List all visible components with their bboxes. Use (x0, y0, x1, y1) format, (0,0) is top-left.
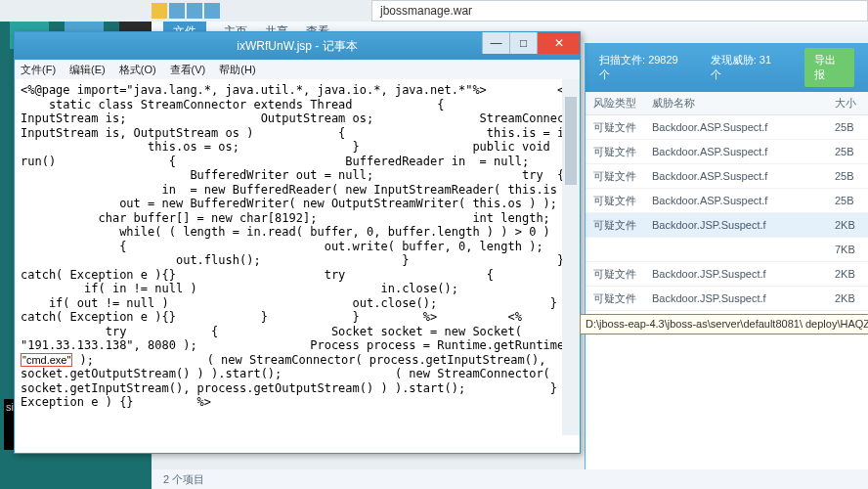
cell-size: 2KB (827, 219, 868, 231)
table-row[interactable]: 可疑文件Backdoor.ASP.Suspect.f25B (586, 189, 868, 213)
toolbar-icon[interactable] (187, 3, 202, 19)
threats-label: 发现威胁: 31 个 (711, 53, 780, 82)
cell-size: 2KB (827, 292, 868, 304)
cell-risk: 可疑文件 (586, 291, 644, 306)
address-bar[interactable]: jbossmanage.war (371, 0, 868, 22)
scan-files-label: 扫描文件: 29829 个 (599, 53, 685, 82)
tooltip: D:\jboss-eap-4.3\jboss-as\server\default… (580, 314, 868, 334)
toolbar-icon[interactable] (169, 3, 185, 19)
table-row[interactable]: 可疑文件Backdoor.JSP.Suspect.f2KB (586, 262, 868, 287)
col-risk[interactable]: 风险类型 (586, 96, 644, 111)
table-row[interactable]: 可疑文件Backdoor.ASP.Suspect.f25B (586, 115, 868, 140)
cell-risk: 可疑文件 (586, 169, 644, 184)
item-count: 2 个项目 (163, 472, 204, 487)
folder-icon (152, 3, 167, 19)
cell-size: 7KB (827, 244, 868, 255)
cell-size: 2KB (827, 268, 868, 280)
export-button[interactable]: 导出报 (804, 48, 854, 87)
cell-name: Backdoor.ASP.Suspect.f (644, 170, 827, 182)
menu-view[interactable]: 查看(V) (170, 63, 206, 77)
col-name[interactable]: 威胁名称 (644, 96, 827, 111)
notepad-menubar: 文件(F) 编辑(E) 格式(O) 查看(V) 帮助(H) (15, 60, 580, 79)
cell-risk: 可疑文件 (586, 218, 644, 233)
scan-panel: 扫描文件: 29829 个 发现威胁: 31 个 导出报 风险类型 威胁名称 大… (585, 43, 868, 489)
menu-file[interactable]: 文件(F) (21, 63, 56, 77)
table-header: 风险类型 威胁名称 大小 (586, 92, 868, 115)
maximize-button[interactable]: □ (509, 32, 537, 54)
table-row[interactable]: 7KB (586, 238, 868, 262)
menu-help[interactable]: 帮助(H) (219, 63, 255, 77)
cell-name: Backdoor.JSP.Suspect.f (644, 219, 827, 231)
notepad-window[interactable]: ixWRfUnW.jsp - 记事本 ― □ ✕ 文件(F) 编辑(E) 格式(… (14, 31, 581, 454)
cell-risk: 可疑文件 (586, 120, 644, 135)
cell-name: Backdoor.ASP.Suspect.f (644, 146, 827, 157)
cell-size: 25B (827, 195, 868, 206)
notepad-textarea[interactable]: <%@page import="java.lang.*, java.util.*… (15, 79, 562, 453)
minimize-button[interactable]: ― (482, 32, 509, 54)
cell-size: 25B (827, 121, 868, 133)
table-row[interactable]: 可疑文件Backdoor.JSP.Suspect.f2KB (586, 213, 868, 238)
cell-name: Backdoor.ASP.Suspect.f (644, 121, 827, 133)
cell-size: 25B (827, 170, 868, 182)
explorer-statusbar: 2 个项目 (152, 469, 868, 489)
cell-size: 25B (827, 146, 868, 157)
cell-name: Backdoor.JSP.Suspect.f (644, 292, 827, 304)
table-row[interactable]: 可疑文件Backdoor.ASP.Suspect.f25B (586, 140, 868, 164)
menu-format[interactable]: 格式(O) (119, 63, 156, 77)
panel-header: 扫描文件: 29829 个 发现威胁: 31 个 导出报 (586, 43, 868, 92)
scrollbar-thumb[interactable] (565, 97, 577, 185)
scrollbar-vertical[interactable] (562, 79, 580, 435)
cell-name: Backdoor.JSP.Suspect.f (644, 268, 827, 280)
table-body: 可疑文件Backdoor.ASP.Suspect.f25B可疑文件Backdoo… (586, 115, 868, 335)
toolbar-icon[interactable] (204, 3, 220, 19)
cell-risk: 可疑文件 (586, 194, 644, 208)
cell-risk: 可疑文件 (586, 145, 644, 159)
notepad-title: ixWRfUnW.jsp - 记事本 (237, 38, 357, 55)
cell-risk: 可疑文件 (586, 267, 644, 282)
menu-edit[interactable]: 编辑(E) (69, 63, 106, 77)
col-size[interactable]: 大小 (827, 96, 868, 111)
cell-name: Backdoor.ASP.Suspect.f (644, 195, 827, 206)
address-text: jbossmanage.war (380, 4, 472, 18)
table-row[interactable]: 可疑文件Backdoor.JSP.Suspect.f2KB (586, 287, 868, 311)
table-row[interactable]: 可疑文件Backdoor.ASP.Suspect.f25B (586, 164, 868, 189)
close-button[interactable]: ✕ (537, 32, 580, 54)
notepad-titlebar[interactable]: ixWRfUnW.jsp - 记事本 ― □ ✕ (15, 32, 580, 60)
